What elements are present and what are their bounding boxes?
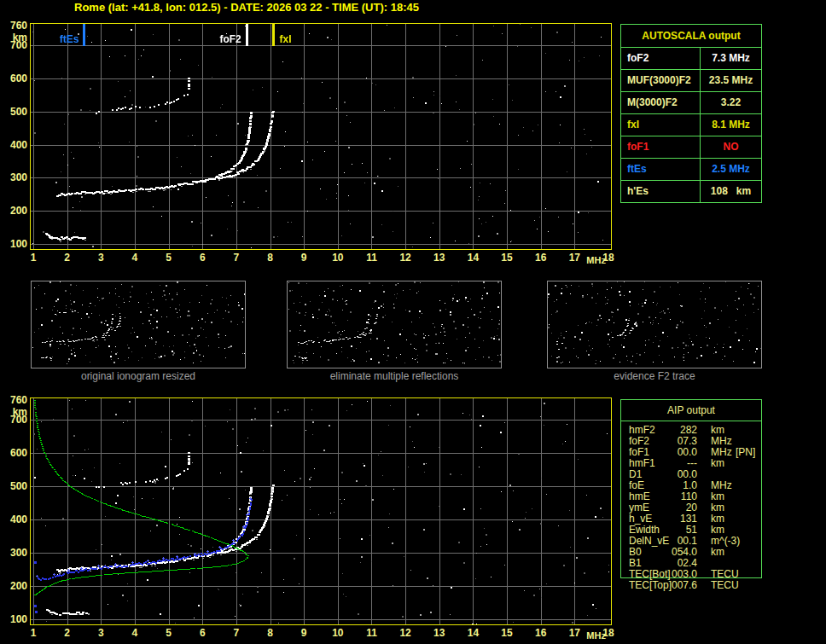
x-tick: 17: [565, 252, 584, 263]
x-tick: 12: [396, 628, 415, 638]
row-value: 3.22: [701, 92, 761, 113]
y-tick: 760: [0, 395, 27, 405]
x-tick: 4: [125, 628, 144, 638]
aip-row-tec-top-: TEC[Top]007.6TECU: [620, 580, 765, 591]
panel-no-multiples: [287, 281, 502, 368]
y-tick: 200: [0, 206, 27, 216]
bottom-ionogram-canvas: [31, 398, 611, 624]
autoscala-row-fxi: fxI8.1 MHz: [621, 114, 761, 136]
aip-table-header: AIP output: [620, 404, 762, 416]
row-value: 108 km: [701, 181, 761, 202]
autoscala-row-fof1: foF1NO: [621, 136, 761, 159]
x-tick: 13: [430, 628, 449, 638]
x-tick: 2: [58, 252, 77, 263]
x-tick: 9: [294, 628, 313, 638]
x-tick: 13: [430, 252, 449, 263]
x-tick: 1: [24, 628, 43, 638]
autoscala-table: AUTOSCALA output foF27.3 MHzMUF(3000)F22…: [620, 24, 762, 203]
panel-caption-f2trace: evidence F2 trace: [547, 371, 762, 381]
x-tick: 10: [329, 252, 347, 263]
x-tick: 3: [91, 628, 110, 638]
x-tick: 7: [227, 628, 246, 638]
x-tick: 14: [463, 628, 482, 638]
panel-original-resized: [31, 281, 246, 368]
x-tick: 8: [261, 628, 280, 638]
x-tick: 16: [532, 252, 550, 263]
panel-f2-evidence-canvas: [548, 281, 761, 364]
row-label: foF1: [621, 136, 701, 158]
x-tick: 11: [362, 628, 381, 638]
x-tick: 8: [261, 252, 280, 263]
panel-no-multiples-canvas: [288, 281, 501, 364]
y-tick: 600: [0, 73, 27, 84]
fof2-marker-label: foF2: [192, 34, 241, 44]
autoscala-table-body: foF27.3 MHzMUF(3000)F223.5 MHzM(3000)F23…: [621, 48, 761, 202]
y-tick: 300: [0, 172, 27, 183]
y-axis-unit: km: [0, 32, 27, 43]
x-tick: 14: [463, 252, 482, 263]
row-unit: km: [711, 547, 724, 558]
x-tick: 15: [497, 252, 516, 263]
row-extra: [PN]: [736, 447, 755, 458]
y-tick: 600: [0, 448, 27, 458]
autoscala-table-header: AUTOSCALA output: [621, 25, 761, 48]
x-axis-unit: MHz: [586, 256, 606, 265]
ftes-marker-label: ftEs: [29, 34, 79, 44]
x-tick: 5: [160, 628, 178, 638]
x-tick: 6: [193, 628, 212, 638]
x-tick: 11: [362, 252, 381, 263]
autoscala-app: Rome (lat: +41.8, lon: 012.5) - DATE: 20…: [0, 0, 826, 644]
y-tick: 500: [0, 107, 27, 117]
top-ionogram-canvas: [31, 24, 611, 249]
y-tick: 100: [0, 239, 27, 249]
x-axis-unit: MHz: [586, 631, 606, 641]
row-value: 2.5 MHz: [701, 159, 761, 180]
aip-header-divider: [620, 421, 762, 421]
panel-caption-multiples: eliminate multiple reflections: [287, 371, 502, 381]
y-tick: 400: [0, 140, 27, 150]
y-axis-unit: km: [0, 407, 27, 417]
x-tick: 9: [294, 252, 313, 263]
x-tick: 1: [24, 252, 43, 263]
y-tick: 100: [0, 614, 27, 624]
autoscala-row-m-3000-f2: M(3000)F23.22: [621, 92, 761, 114]
page-title: Rome (lat: +41.8, lon: 012.5) - DATE: 20…: [74, 1, 419, 14]
y-tick: 300: [0, 548, 27, 558]
y-tick: 500: [0, 481, 27, 491]
row-label: fxI: [621, 114, 701, 136]
x-tick: 12: [396, 252, 415, 263]
row-unit: km: [711, 458, 724, 469]
x-tick: 5: [160, 252, 178, 263]
panel-original-canvas: [32, 281, 245, 364]
fxi-marker-label: fxI: [279, 34, 330, 44]
row-value: 23.5 MHz: [701, 70, 761, 91]
y-tick: 200: [0, 581, 27, 591]
row-value: 8.1 MHz: [701, 114, 761, 136]
autoscala-row-fof2: foF27.3 MHz: [621, 48, 761, 70]
top-ionogram-plot: [30, 23, 612, 250]
autoscala-row-h-es: h'Es108 km: [621, 181, 761, 202]
x-tick: 3: [91, 252, 110, 263]
row-value: 007.6: [654, 580, 697, 591]
row-label: ftEs: [621, 159, 701, 180]
row-label: foF2: [621, 48, 701, 69]
autoscala-row-muf-3000-f2: MUF(3000)F223.5 MHz: [621, 70, 761, 92]
row-label: MUF(3000)F2: [621, 70, 701, 91]
x-tick: 2: [58, 628, 77, 638]
row-label: h'Es: [621, 181, 701, 202]
x-tick: 17: [565, 628, 584, 638]
aip-table: AIP output hmF2282kmfoF207.3MHzfoF100.0M…: [620, 394, 765, 599]
x-tick: 15: [497, 628, 516, 638]
autoscala-row-ftes: ftEs2.5 MHz: [621, 159, 761, 181]
y-tick: 400: [0, 514, 27, 525]
bottom-ionogram-plot: [30, 397, 612, 625]
row-label: M(3000)F2: [621, 92, 701, 113]
x-tick: 4: [125, 252, 144, 263]
x-tick: 16: [532, 628, 550, 638]
x-tick: 6: [193, 252, 212, 263]
row-value: 7.3 MHz: [701, 48, 761, 69]
x-tick: 10: [329, 628, 347, 638]
panel-caption-original: original ionogram resized: [31, 371, 246, 381]
row-unit: TECU: [711, 580, 739, 591]
row-value: NO: [701, 136, 761, 158]
